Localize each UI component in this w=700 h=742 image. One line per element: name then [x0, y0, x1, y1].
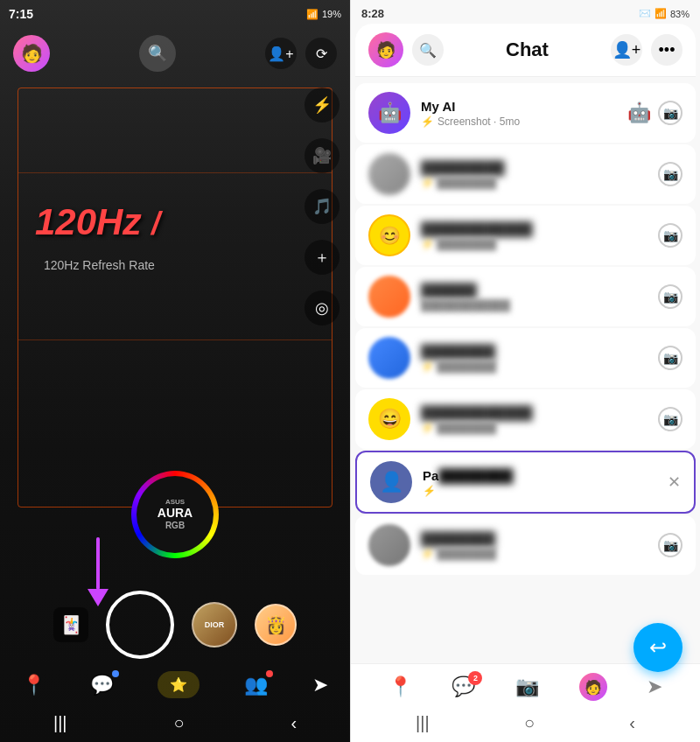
- chat-item-5[interactable]: 😄 ████████████ ⚡ ████████ 📷: [355, 389, 696, 449]
- aura-text: ASUS AURA RGB: [158, 498, 192, 531]
- location-nav-left[interactable]: 📍: [22, 674, 46, 696]
- signal-icon: 📶: [654, 8, 667, 19]
- flip-camera-button[interactable]: ⟳: [305, 38, 337, 69]
- music-button[interactable]: 🎵: [304, 189, 340, 224]
- chat-item-pa[interactable]: 👤 Pa████████ ⚡ ✕: [355, 451, 696, 514]
- back-button[interactable]: ‹: [290, 713, 297, 733]
- chat-badge: 2: [468, 671, 482, 685]
- contact3-camera-button[interactable]: 📷: [658, 284, 682, 309]
- my-ai-info: My AI ⚡ Screenshot · 5mo: [421, 99, 627, 128]
- arrow-head: [88, 589, 108, 606]
- contact5-camera-button[interactable]: 📷: [658, 407, 682, 431]
- search-button[interactable]: 🔍: [139, 35, 176, 72]
- camera-grid-overlay: [18, 88, 332, 508]
- friends-nav-dot: [266, 670, 273, 677]
- compose-fab-button[interactable]: ↩: [634, 623, 682, 672]
- flash-button[interactable]: ⚡: [304, 88, 340, 122]
- avatar-filter[interactable]: 👸: [255, 604, 297, 646]
- left-bottom-nav: 📍 💬 ⭐ 👥 ➤: [0, 671, 350, 698]
- chat-item-7[interactable]: ████████ ⚡ ████████ 📷: [355, 515, 696, 575]
- battery-indicator: 83%: [670, 9, 690, 19]
- friends-nav-left[interactable]: 👥: [244, 674, 268, 696]
- shutter-button[interactable]: [106, 591, 174, 659]
- contact2-camera-button[interactable]: 📷: [658, 223, 682, 248]
- add-friend-header-button[interactable]: 👤+: [611, 34, 642, 66]
- hz-label: 120Hz /: [35, 201, 160, 243]
- user-avatar[interactable]: 🧑: [13, 35, 50, 72]
- spotlight-icon: ⭐: [170, 676, 187, 693]
- contact4-name: ████████: [421, 344, 658, 359]
- send-nav-left[interactable]: ➤: [312, 674, 328, 696]
- location-nav-right[interactable]: 📍: [388, 676, 412, 698]
- contact5-name: ████████████: [421, 405, 658, 420]
- chat-nav-left[interactable]: 💬: [90, 674, 114, 696]
- contact3-avatar: [368, 276, 410, 318]
- my-ai-camera-button[interactable]: 📷: [658, 101, 682, 125]
- camera-bottom-controls: 🃏 DIOR 👸: [0, 591, 350, 659]
- header-search-button[interactable]: 🔍: [412, 34, 444, 66]
- camera-nav-right[interactable]: 📷: [515, 676, 539, 698]
- left-sys-nav: ||| ○ ‹: [0, 713, 350, 733]
- my-ai-avatar: 🤖: [368, 92, 410, 134]
- spotlight-nav-left[interactable]: ⭐: [158, 671, 200, 698]
- contact2-avatar: 😊: [368, 214, 410, 256]
- my-ai-bot-icon: 🤖: [627, 102, 651, 124]
- my-ai-name: My AI: [421, 99, 627, 114]
- chat-item-my-ai[interactable]: 🤖 My AI ⚡ Screenshot · 5mo 🤖 📷: [355, 83, 696, 143]
- home-button[interactable]: ○: [173, 713, 184, 733]
- home-right[interactable]: ○: [524, 713, 535, 733]
- camera-right-controls: ⚡ 🎥 🎵 ＋ ◎: [304, 88, 340, 326]
- chat-title: Chat: [506, 38, 549, 61]
- camera-panel: 7:15 📶 19% 🧑 🔍 👤+ ⟳ ⚡ 🎥 🎵 ＋ ◎ 120Hz / 12…: [0, 0, 350, 742]
- chat-panel: 8:28 ✉️ 📶 83% 🧑 🔍 Chat 👤+ ••• 🤖 My AI ⚡: [350, 0, 700, 742]
- contact5-preview: ⚡ ████████: [421, 422, 658, 434]
- contact3-info: ██████ ████████████: [421, 283, 658, 312]
- recent-apps-button[interactable]: |||: [53, 713, 67, 733]
- chat-item-2[interactable]: 😊 ████████████ ⚡ ████████ 📷: [355, 206, 696, 265]
- contact7-avatar: [368, 524, 410, 566]
- chat-nav-right[interactable]: 💬 2: [452, 676, 475, 698]
- left-battery-text: 19%: [322, 9, 341, 19]
- right-sys-nav: ||| ○ ‹: [351, 708, 700, 742]
- cards-button[interactable]: 🃏: [53, 607, 88, 642]
- pa-name: Pa████████: [423, 468, 661, 483]
- contact4-info: ████████ ⚡ ████████: [421, 344, 658, 373]
- dior-filter[interactable]: DIOR: [192, 602, 237, 648]
- right-status-bar: 8:28 ✉️ 📶 83%: [351, 0, 700, 24]
- chat-item-3[interactable]: ██████ ████████████ 📷: [355, 267, 696, 326]
- contact7-camera-button[interactable]: 📷: [658, 533, 682, 557]
- left-status-icons: 📶 19%: [306, 9, 341, 20]
- hz-sublabel: 120Hz Refresh Rate: [44, 258, 155, 272]
- chat-header: 🧑 🔍 Chat 👤+ •••: [355, 24, 696, 77]
- pa-avatar: 👤: [370, 461, 412, 503]
- contact3-preview: ████████████: [421, 299, 658, 312]
- contact1-camera-button[interactable]: 📷: [658, 162, 682, 186]
- contact2-preview: ⚡ ████████: [421, 238, 658, 250]
- chat-item-1[interactable]: █████████ ⚡ ████████ 📷: [355, 144, 696, 204]
- contact4-preview: ⚡ ████████: [421, 360, 658, 373]
- contact2-info: ████████████ ⚡ ████████: [421, 221, 658, 250]
- pa-snap-icon: ⚡: [423, 485, 436, 497]
- chat-header-right: 👤+ •••: [611, 34, 682, 66]
- pa-delete-button[interactable]: ✕: [668, 472, 681, 492]
- contact7-info: ████████ ⚡ ████████: [421, 531, 658, 560]
- plus-button[interactable]: ＋: [304, 240, 340, 275]
- chat-list: 🤖 My AI ⚡ Screenshot · 5mo 🤖 📷 █████████…: [351, 77, 700, 663]
- video-button[interactable]: 🎥: [304, 138, 340, 173]
- recent-apps-right[interactable]: |||: [416, 713, 430, 733]
- more-options-button[interactable]: •••: [651, 34, 682, 66]
- back-right[interactable]: ‹: [629, 713, 635, 733]
- pa-preview: ⚡: [423, 485, 661, 497]
- chat-item-4[interactable]: ████████ ⚡ ████████ 📷: [355, 328, 696, 388]
- snap-icon: ⚡: [421, 116, 434, 128]
- pa-info: Pa████████ ⚡: [423, 468, 661, 497]
- left-top-controls: 🧑 🔍 👤+ ⟳: [0, 35, 350, 72]
- send-nav-right[interactable]: ➤: [647, 676, 662, 698]
- add-friend-button[interactable]: 👤+: [265, 38, 297, 69]
- lens-button[interactable]: ◎: [304, 290, 340, 326]
- contact5-avatar: 😄: [368, 398, 410, 440]
- my-ai-preview: ⚡ Screenshot · 5mo: [421, 116, 627, 128]
- profile-nav-right[interactable]: 🧑: [579, 673, 607, 701]
- contact4-camera-button[interactable]: 📷: [658, 346, 682, 370]
- header-avatar[interactable]: 🧑: [368, 32, 403, 67]
